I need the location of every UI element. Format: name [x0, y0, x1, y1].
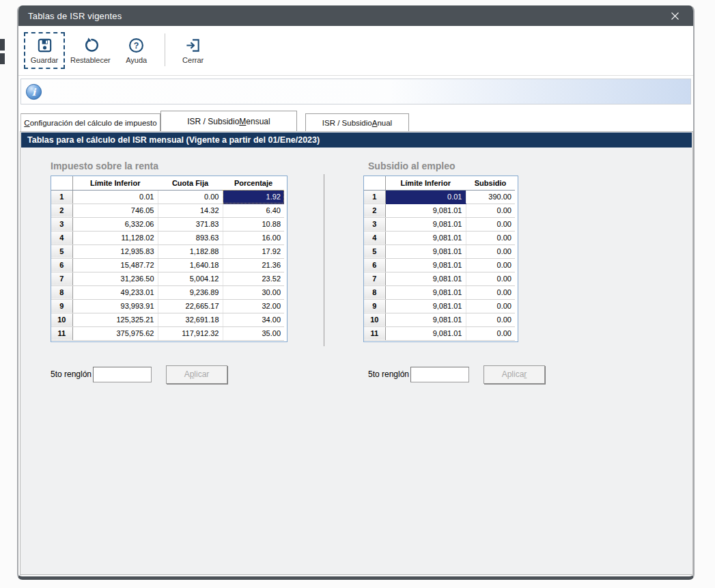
grid-cell[interactable]: 893.63	[158, 231, 223, 244]
grid-row-header[interactable]: 8	[51, 285, 72, 299]
grid-row-header[interactable]: 4	[364, 231, 385, 244]
grid-cell[interactable]: 23.52	[223, 272, 284, 285]
grid-cell[interactable]: 0.00	[466, 272, 515, 285]
grid-cell[interactable]: 0.01	[72, 190, 158, 204]
grid-row-header[interactable]: 5	[364, 244, 385, 258]
grid-cell[interactable]: 5,004.12	[158, 272, 223, 285]
grid-cell[interactable]: 375,975.62	[72, 326, 158, 340]
grid-column-header[interactable]: Subsidio	[466, 176, 515, 190]
grid-cell-selected[interactable]: 0.01	[385, 190, 466, 204]
grid-cell[interactable]: 0.00	[466, 258, 515, 272]
cerrar-button[interactable]: Cerrar	[173, 32, 214, 69]
grid-cell[interactable]: 0.00	[466, 313, 515, 326]
grid-cell[interactable]: 9,081.01	[385, 285, 466, 299]
grid-cell[interactable]: 30.00	[223, 285, 284, 299]
grid-column-header[interactable]: Límite Inferior	[72, 176, 158, 190]
grid-cell[interactable]: 9,081.01	[385, 204, 466, 217]
grid-row-header[interactable]: 3	[364, 217, 385, 231]
grid-row: 36,332.06371.8310.88	[51, 217, 284, 231]
close-button[interactable]	[663, 8, 686, 24]
grid-cell[interactable]: 0.00	[158, 190, 223, 204]
grid-cell[interactable]: 0.00	[466, 299, 515, 313]
grid-cell[interactable]: 0.00	[466, 217, 515, 231]
grid-cell[interactable]: 31,236.50	[72, 272, 158, 285]
tab-isr-subsidio-mensual[interactable]: ISR / Subsidio Mensual	[160, 111, 297, 131]
grid-cell[interactable]: 9,081.01	[385, 231, 466, 244]
aplicar-button-left[interactable]: Aplicar	[166, 365, 227, 384]
grid-row-header[interactable]: 2	[364, 204, 385, 217]
grid-cell[interactable]: 9,081.01	[385, 313, 466, 326]
tab-isr-subsidio-anual[interactable]: ISR / Subsidio Anual	[305, 113, 409, 131]
grid-cell[interactable]: 32.00	[223, 299, 284, 313]
grid-row-header[interactable]: 6	[51, 258, 72, 272]
grid-cell[interactable]: 9,081.01	[385, 272, 466, 285]
grid-cell[interactable]: 21.36	[223, 258, 284, 272]
grid-cell[interactable]: 0.00	[466, 231, 515, 244]
grid-row-header[interactable]: 10	[51, 313, 72, 326]
background-window-edge	[0, 39, 5, 51]
grid-row-header[interactable]: 1	[51, 190, 72, 204]
guardar-button[interactable]: Guardar	[24, 32, 65, 69]
grid-column-header[interactable]: Porcentaje	[223, 176, 284, 190]
grid-cell[interactable]: 125,325.21	[72, 313, 158, 326]
grid-cell[interactable]: 117,912.32	[158, 326, 223, 340]
grid-cell[interactable]: 93,993.91	[72, 299, 158, 313]
grid-cell-selected[interactable]: 1.92	[223, 190, 284, 204]
grid-cell[interactable]: 9,081.01	[385, 258, 466, 272]
grid-cell[interactable]: 32,691.18	[158, 313, 223, 326]
grid-row-header[interactable]: 5	[51, 244, 72, 258]
grid-cell[interactable]: 16.00	[223, 231, 284, 244]
grid-column-header[interactable]: Límite Inferior	[385, 176, 466, 190]
grid-cell[interactable]: 9,081.01	[385, 217, 466, 231]
grid-cell[interactable]: 9,236.89	[158, 285, 223, 299]
grid-row-header[interactable]: 4	[51, 231, 72, 244]
grid-cell[interactable]: 10.88	[223, 217, 284, 231]
section-banner: Tablas para el cálculo del ISR mensual (…	[21, 132, 692, 148]
grid-cell[interactable]: 15,487.72	[72, 258, 158, 272]
title-bar[interactable]: Tablas de ISR vigentes	[18, 5, 693, 26]
grid-row-header[interactable]: 2	[51, 204, 72, 217]
ayuda-button[interactable]: ?Ayuda	[116, 32, 157, 69]
grid-cell[interactable]: 6,332.06	[72, 217, 158, 231]
grid-cell[interactable]: 0.00	[466, 285, 515, 299]
grid-row-header[interactable]: 3	[51, 217, 72, 231]
grid-row-header[interactable]: 9	[364, 299, 385, 313]
grid-row-header[interactable]: 7	[51, 272, 72, 285]
grid-cell[interactable]: 17.92	[223, 244, 284, 258]
grid-row-header[interactable]: 10	[364, 313, 385, 326]
grid-row-header[interactable]: 7	[364, 272, 385, 285]
grid-cell[interactable]: 12,935.83	[72, 244, 158, 258]
grid-column-header[interactable]: Cuota Fija	[158, 176, 223, 190]
grid-cell[interactable]: 35.00	[223, 326, 284, 340]
grid-cell[interactable]: 746.05	[72, 204, 158, 217]
info-bar: i	[20, 79, 691, 104]
grid-row-header[interactable]: 8	[364, 285, 385, 299]
restablecer-button[interactable]: Restablecer	[65, 32, 116, 69]
grid-cell[interactable]: 9,081.01	[385, 299, 466, 313]
quinto-renglon-input-left[interactable]	[93, 367, 152, 382]
grid-row-header[interactable]: 11	[364, 326, 385, 340]
grid-cell[interactable]: 0.00	[466, 326, 515, 340]
grid-cell[interactable]: 0.00	[466, 204, 515, 217]
tab-configuracion-calculo-impuesto[interactable]: Configuración del cálculo de impuesto	[20, 113, 160, 131]
grid-cell[interactable]: 371.83	[158, 217, 223, 231]
grid-corner-cell	[364, 176, 385, 190]
grid-cell[interactable]: 0.00	[466, 244, 515, 258]
aplicar-button-right[interactable]: Aplicar	[483, 365, 545, 384]
grid-cell[interactable]: 390.00	[466, 190, 515, 204]
grid-row-header[interactable]: 11	[51, 326, 72, 340]
grid-cell[interactable]: 49,233.01	[72, 285, 158, 299]
grid-row-header[interactable]: 1	[364, 190, 385, 204]
grid-row-header[interactable]: 6	[364, 258, 385, 272]
grid-cell[interactable]: 22,665.17	[158, 299, 223, 313]
grid-cell[interactable]: 14.32	[158, 204, 223, 217]
grid-cell[interactable]: 11,128.02	[72, 231, 158, 244]
grid-cell[interactable]: 9,081.01	[385, 244, 466, 258]
grid-cell[interactable]: 1,640.18	[158, 258, 223, 272]
grid-cell[interactable]: 34.00	[223, 313, 284, 326]
grid-cell[interactable]: 6.40	[223, 204, 284, 217]
grid-row-header[interactable]: 9	[51, 299, 72, 313]
grid-cell[interactable]: 1,182.88	[158, 244, 223, 258]
grid-cell[interactable]: 9,081.01	[385, 326, 466, 340]
quinto-renglon-input-right[interactable]	[410, 367, 469, 382]
